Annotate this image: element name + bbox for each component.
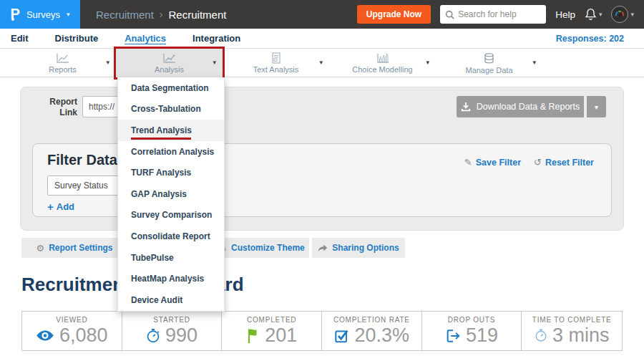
line-chart-icon	[56, 53, 70, 64]
menu-item-correlation-analysis[interactable]: Correlation Analysis	[118, 141, 224, 163]
nav-item-analytics[interactable]: Analytics	[125, 33, 166, 44]
toolbar-item-label: Choice Modelling	[352, 65, 412, 74]
toolbar-item-manage-data[interactable]: Manage Data ▾	[436, 49, 542, 77]
plus-icon: +	[47, 201, 54, 213]
responses-count[interactable]: Responses: 202	[556, 34, 644, 44]
account-menu[interactable]: ▾	[611, 6, 634, 23]
tab-sharing-options[interactable]: Sharing Options	[312, 238, 405, 258]
toolbar-item-analysis[interactable]: Analysis ▾	[116, 49, 223, 77]
tab-label: Sharing Options	[332, 243, 399, 253]
exit-icon	[445, 328, 461, 344]
undo-icon: ↺	[534, 157, 542, 168]
toolbar-item-label: Reports	[49, 65, 77, 74]
tab-customize-theme[interactable]: ✎ Customize Theme	[215, 238, 309, 258]
nav-item-edit[interactable]: Edit	[11, 33, 29, 44]
red-underline-annotation	[131, 138, 191, 140]
timer-icon	[535, 328, 547, 343]
chevron-down-icon[interactable]: ▾	[319, 59, 323, 66]
help-link[interactable]: Help	[555, 9, 575, 20]
breadcrumb-separator-icon: ›	[160, 9, 163, 20]
menu-item-data-segmentation[interactable]: Data Segmentation	[118, 77, 224, 99]
stat-label: COMPLETION RATE	[333, 316, 410, 324]
menu-item-survey-comparison[interactable]: Survey Comparison	[118, 205, 224, 226]
survey-nav: Edit Distribute Analytics Integration Re…	[0, 29, 644, 49]
bar-chart-icon	[376, 53, 390, 64]
chevron-down-icon[interactable]: ▾	[106, 59, 109, 66]
database-icon	[483, 52, 495, 64]
stat-value: 519	[466, 324, 498, 347]
chevron-down-icon[interactable]: ▾	[213, 59, 216, 66]
toolbar-item-text-analysis[interactable]: Text Analysis ▾	[223, 49, 329, 77]
menu-item-tubepulse[interactable]: TubePulse	[118, 247, 224, 269]
stat-completion-rate: COMPLETION RATE 20.3%	[322, 312, 422, 350]
questionpro-logo[interactable]: P	[11, 6, 20, 22]
scatter-chart-icon	[162, 53, 177, 64]
eye-icon	[36, 329, 54, 342]
stat-viewed: VIEWED 6,080	[22, 312, 122, 350]
add-filter-button[interactable]: + Add	[47, 201, 74, 213]
top-bar: P Surveys ▾ Recruitment › Recruitment Up…	[0, 0, 644, 29]
stat-drop-outs: DROP OUTS 519	[422, 312, 522, 350]
download-button-label: Download Data & Reports	[477, 102, 580, 112]
toolbar-item-choice-modelling[interactable]: Choice Modelling ▾	[329, 49, 436, 77]
chevron-down-icon: ▾	[67, 11, 70, 18]
checkbox-icon	[334, 328, 350, 344]
save-filter-label: Save Filter	[476, 158, 521, 168]
menu-item-label: Trend Analysis	[131, 125, 192, 135]
help-search[interactable]	[440, 5, 546, 24]
gauge-icon	[613, 8, 626, 21]
bell-icon	[585, 8, 597, 21]
menu-item-device-audit[interactable]: Device Audit	[118, 289, 224, 311]
download-icon	[461, 102, 471, 112]
pencil-icon: ✎	[464, 157, 472, 168]
menu-item-cross-tabulation[interactable]: Cross-Tabulation	[118, 99, 224, 120]
chevron-down-icon[interactable]: ▾	[426, 59, 429, 66]
breadcrumb-survey-name: Recruitment	[169, 9, 227, 21]
stat-label: COMPLETED	[247, 316, 296, 324]
notifications-button[interactable]: ▾	[585, 8, 602, 21]
breadcrumb-folder[interactable]: Recruitment	[96, 9, 154, 21]
breadcrumb: Recruitment › Recruitment	[96, 9, 226, 21]
stat-label: STARTED	[153, 316, 190, 324]
stat-label: TIME TO COMPLETE	[532, 316, 612, 324]
stat-value: 201	[265, 324, 297, 347]
menu-item-trend-analysis[interactable]: Trend Analysis	[118, 120, 224, 141]
stat-label: VIEWED	[56, 316, 87, 324]
toolbar-item-reports[interactable]: Reports ▾	[9, 49, 116, 77]
reset-filter-button[interactable]: ↺ Reset Filter	[534, 157, 594, 168]
nav-item-distribute[interactable]: Distribute	[55, 33, 99, 44]
toolbar-item-label: Analysis	[155, 65, 184, 74]
stat-completed: COMPLETED 201	[222, 312, 322, 350]
surveys-menu-label: Surveys	[26, 9, 60, 20]
stat-value: 990	[165, 324, 197, 347]
document-icon	[270, 52, 282, 64]
survey-status-value: Survey Status	[54, 180, 108, 191]
filter-panel-title: Filter Data	[47, 152, 117, 168]
toolbar-item-label: Text Analysis	[253, 65, 299, 74]
surveys-product-menu[interactable]: P Surveys ▾	[0, 0, 80, 29]
survey-stats-bar: VIEWED 6,080 STARTED 990 COMPLETED 201 C…	[21, 311, 623, 351]
nav-item-integration[interactable]: Integration	[192, 33, 240, 44]
save-filter-button[interactable]: ✎ Save Filter	[464, 157, 521, 168]
gears-icon: ⚙	[36, 243, 45, 254]
report-link-label: Report Link	[42, 97, 77, 118]
menu-item-consolidate-report[interactable]: Consolidate Report	[118, 226, 224, 247]
add-filter-label: Add	[57, 201, 74, 212]
chevron-down-icon[interactable]: ▾	[532, 59, 536, 66]
menu-item-heatmap-analysis[interactable]: HeatMap Analysis	[118, 268, 224, 289]
download-data-reports-button[interactable]: Download Data & Reports	[457, 96, 584, 117]
download-options-caret-button[interactable]: ▾	[585, 96, 606, 117]
menu-item-gap-analysis[interactable]: GAP Analysis	[118, 183, 224, 205]
stat-started: STARTED 990	[122, 312, 223, 350]
analysis-dropdown-menu: Data Segmentation Cross-Tabulation Trend…	[117, 77, 225, 312]
stat-value: 20.3%	[355, 324, 410, 347]
upgrade-now-button[interactable]: Upgrade Now	[357, 5, 431, 24]
chevron-down-icon: ▾	[595, 103, 598, 111]
help-search-input[interactable]	[458, 9, 537, 19]
tab-report-settings[interactable]: ⚙ Report Settings	[21, 238, 127, 258]
flag-icon	[246, 328, 260, 344]
chevron-down-icon: ▾	[630, 11, 634, 18]
toolbar-item-label: Manage Data	[465, 66, 512, 74]
tab-label: Customize Theme	[231, 243, 305, 253]
menu-item-turf-analysis[interactable]: TURF Analysis	[118, 162, 224, 183]
